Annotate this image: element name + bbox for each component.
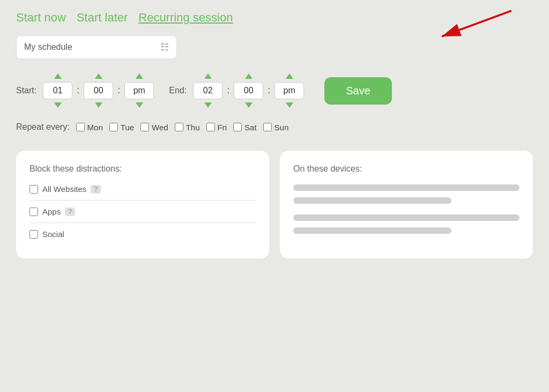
end-minute-down[interactable]	[244, 101, 254, 109]
svg-marker-13	[286, 102, 293, 108]
colon-1: :	[77, 76, 79, 106]
end-ampm-up[interactable]	[285, 72, 294, 80]
distraction-social: Social	[29, 230, 256, 239]
label-sat: Sat	[244, 123, 257, 132]
device-line-2	[293, 197, 451, 204]
tab-start-later[interactable]: Start later	[77, 11, 128, 25]
checkbox-social[interactable]	[29, 230, 38, 239]
checkbox-fri[interactable]	[206, 123, 215, 131]
end-ampm-down[interactable]	[285, 101, 294, 109]
end-hour-up[interactable]	[203, 72, 213, 80]
start-hour-field[interactable]	[43, 82, 72, 99]
checkbox-apps[interactable]	[29, 208, 38, 216]
end-hour-down[interactable]	[203, 101, 213, 109]
label-fri: Fri	[218, 123, 227, 132]
start-hour-down[interactable]	[53, 101, 63, 109]
start-minute-down[interactable]	[94, 101, 103, 109]
label-sun: Sun	[274, 123, 289, 132]
help-badge-all-websites[interactable]: ?	[91, 185, 101, 194]
start-ampm-up[interactable]	[135, 72, 144, 80]
end-ampm-field[interactable]	[274, 82, 304, 99]
colon-3: :	[227, 76, 229, 106]
day-fri: Fri	[206, 123, 227, 132]
day-sun: Sun	[263, 123, 289, 132]
colon-2: :	[117, 76, 120, 106]
label-social: Social	[42, 230, 64, 239]
distraction-all-websites: All Websites ?	[29, 184, 256, 194]
time-section: Start: :	[16, 72, 533, 109]
device-line-1	[293, 184, 520, 191]
distractions-title: Block these distractions:	[29, 164, 256, 174]
end-minute-spinner	[234, 72, 263, 109]
label-mon: Mon	[87, 123, 103, 132]
checkbox-mon[interactable]	[76, 123, 85, 131]
distraction-apps: Apps ?	[29, 207, 256, 216]
label-tue: Tue	[121, 123, 134, 132]
checkbox-all-websites[interactable]	[29, 185, 38, 194]
svg-marker-7	[136, 102, 143, 108]
schedule-name-input[interactable]	[24, 42, 160, 52]
start-ampm-spinner	[124, 72, 154, 109]
svg-marker-10	[245, 73, 253, 79]
tab-recurring[interactable]: Recurring session	[138, 11, 233, 25]
day-mon: Mon	[76, 123, 103, 132]
divider-2	[29, 223, 256, 223]
checkbox-wed[interactable]	[140, 123, 149, 131]
checkbox-sun[interactable]	[263, 123, 272, 131]
devices-panel: On these devices:	[280, 151, 533, 258]
tab-nav: Start now Start later Recurring session	[16, 11, 533, 25]
svg-marker-12	[286, 73, 293, 79]
svg-marker-5	[95, 102, 102, 108]
devices-title: On these devices:	[293, 164, 520, 174]
svg-marker-6	[136, 73, 143, 79]
start-ampm-field[interactable]	[124, 82, 154, 99]
checkbox-tue[interactable]	[109, 123, 118, 131]
help-badge-apps[interactable]: ?	[65, 208, 75, 216]
day-tue: Tue	[109, 123, 134, 132]
end-hour-field[interactable]	[193, 82, 222, 99]
day-thu: Thu	[175, 123, 200, 132]
svg-marker-4	[95, 73, 102, 79]
svg-marker-2	[54, 73, 62, 79]
label-thu: Thu	[186, 123, 200, 132]
checkbox-sat[interactable]	[233, 123, 242, 131]
start-minute-spinner	[84, 72, 113, 109]
device-line-3	[293, 215, 520, 221]
device-row-2	[293, 215, 520, 234]
start-label: Start:	[16, 86, 36, 95]
end-minute-up[interactable]	[244, 72, 254, 80]
start-minute-field[interactable]	[84, 82, 113, 99]
start-hour-up[interactable]	[53, 72, 63, 80]
day-sat: Sat	[233, 123, 257, 132]
colon-4: :	[268, 76, 270, 106]
save-button[interactable]: Save	[324, 77, 392, 105]
repeat-label: Repeat every:	[16, 122, 70, 132]
svg-marker-11	[245, 102, 253, 108]
start-ampm-down[interactable]	[135, 101, 144, 109]
schedule-icon: ☷	[160, 41, 169, 53]
start-minute-up[interactable]	[94, 72, 103, 80]
svg-marker-8	[204, 73, 212, 79]
checkbox-thu[interactable]	[175, 123, 183, 131]
svg-marker-3	[54, 102, 62, 108]
tab-start-now[interactable]: Start now	[16, 11, 66, 25]
device-line-4	[293, 227, 451, 234]
svg-marker-9	[204, 102, 212, 108]
label-all-websites: All Websites	[42, 184, 86, 194]
day-wed: Wed	[140, 123, 168, 132]
label-wed: Wed	[152, 123, 168, 132]
schedule-name-wrap: ☷	[16, 35, 177, 59]
distractions-panel: Block these distractions: All Websites ?…	[16, 151, 269, 258]
divider-1	[29, 200, 256, 201]
end-hour-spinner	[193, 72, 222, 109]
start-hour-spinner	[43, 72, 72, 109]
bottom-panels: Block these distractions: All Websites ?…	[16, 151, 533, 258]
end-ampm-spinner	[274, 72, 304, 109]
repeat-section: Repeat every: Mon Tue Wed Thu Fri Sat Su…	[16, 122, 533, 132]
end-minute-field[interactable]	[234, 82, 263, 99]
label-apps: Apps	[42, 207, 61, 216]
main-container: Start now Start later Recurring session …	[0, 0, 549, 269]
end-label: End:	[169, 86, 187, 95]
